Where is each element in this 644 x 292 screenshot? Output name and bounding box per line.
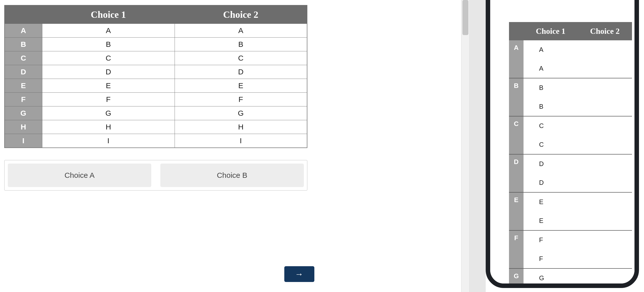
table-cell[interactable]: E [42,79,175,93]
table-row: DDD [509,155,632,193]
table-row: EEE [509,193,632,231]
table-cell[interactable]: C [524,116,632,135]
row-header: A [509,40,524,78]
table-row: DDD [5,65,307,79]
row-header: D [509,155,524,192]
matrix-table: Choice 1 Choice 2 AAABBBCCCDDDEEEFFFGGGH… [4,5,307,148]
mobile-matrix-table: Choice 1 Choice 2 AAABBBCCCDDDEEEFFFGGG [509,22,632,283]
table-cell[interactable]: G [175,106,307,120]
mobile-column-header-1: Choice 1 [524,22,578,40]
table-cell[interactable]: B [175,38,307,51]
table-cell[interactable]: F [42,93,175,106]
row-header: I [5,134,42,148]
choice-b-button[interactable]: Choice B [160,164,304,187]
row-header: G [5,106,42,120]
phone-side-button [486,86,486,115]
table-row: BBB [509,78,632,116]
pane-divider [470,0,486,292]
row-header: F [5,93,42,106]
column-header-2: Choice 2 [175,5,307,24]
table-cell[interactable]: H [175,120,307,134]
arrow-right-icon: → [295,269,304,279]
table-cell[interactable]: B [524,78,632,97]
table-row: HHH [5,120,307,134]
table-row: AAA [509,40,632,78]
row-header: D [5,65,42,79]
table-row: BBB [5,38,307,51]
phone-frame: Choice 1 Choice 2 AAABBBCCCDDDEEEFFFGGG [486,0,639,288]
table-cell[interactable]: F [175,93,307,106]
column-header-1: Choice 1 [42,5,175,24]
table-cell[interactable]: F [524,249,632,268]
mobile-column-header-2: Choice 2 [578,22,632,40]
table-row: CCC [509,116,632,155]
table-cell[interactable]: D [524,173,632,192]
phone-side-button [486,51,486,80]
table-row: GGG [509,269,632,283]
table-cell[interactable]: G [524,269,632,283]
table-cell[interactable]: E [524,211,632,230]
table-cell[interactable]: D [42,65,175,79]
table-row: III [5,134,307,148]
table-cell[interactable]: I [42,134,175,148]
mobile-preview-pane: Choice 1 Choice 2 AAABBBCCCDDDEEEFFFGGG [486,0,644,292]
next-button[interactable]: → [284,266,314,282]
choice-a-button[interactable]: Choice A [8,164,151,187]
desktop-preview: Choice 1 Choice 2 AAABBBCCCDDDEEEFFFGGGH… [4,5,307,191]
table-row: GGG [5,106,307,120]
row-header: C [509,116,524,154]
table-cell[interactable]: A [42,24,175,38]
table-row: AAA [5,24,307,38]
row-header: G [509,269,524,283]
row-header: C [5,51,42,65]
table-cell[interactable]: F [524,231,632,249]
table-cell[interactable]: C [524,135,632,154]
table-cell[interactable]: D [524,155,632,173]
scrollbar-thumb[interactable] [462,0,468,35]
row-header: F [509,231,524,268]
row-header: B [5,38,42,51]
phone-screen: Choice 1 Choice 2 AAABBBCCCDDDEEEFFFGGG [490,0,634,283]
phone-side-button [486,23,486,41]
table-cell[interactable]: E [524,193,632,211]
vertical-scrollbar[interactable] [461,0,470,292]
table-row: FFF [509,231,632,269]
row-header: E [509,193,524,230]
table-cell[interactable]: E [175,79,307,93]
table-cell[interactable]: B [524,97,632,116]
table-cell[interactable]: A [175,24,307,38]
table-cell[interactable]: A [524,59,632,78]
choice-button-row: Choice A Choice B [4,160,307,191]
table-cell[interactable]: G [42,106,175,120]
table-corner [5,5,42,24]
table-cell[interactable]: I [175,134,307,148]
row-header: A [5,24,42,38]
row-header: H [5,120,42,134]
table-cell[interactable]: C [175,51,307,65]
row-header: B [509,78,524,116]
row-header: E [5,79,42,93]
table-cell[interactable]: D [175,65,307,79]
table-row: FFF [5,93,307,106]
table-cell[interactable]: H [42,120,175,134]
table-cell[interactable]: B [42,38,175,51]
table-cell[interactable]: C [42,51,175,65]
table-row: EEE [5,79,307,93]
table-row: CCC [5,51,307,65]
table-cell[interactable]: A [524,40,632,59]
